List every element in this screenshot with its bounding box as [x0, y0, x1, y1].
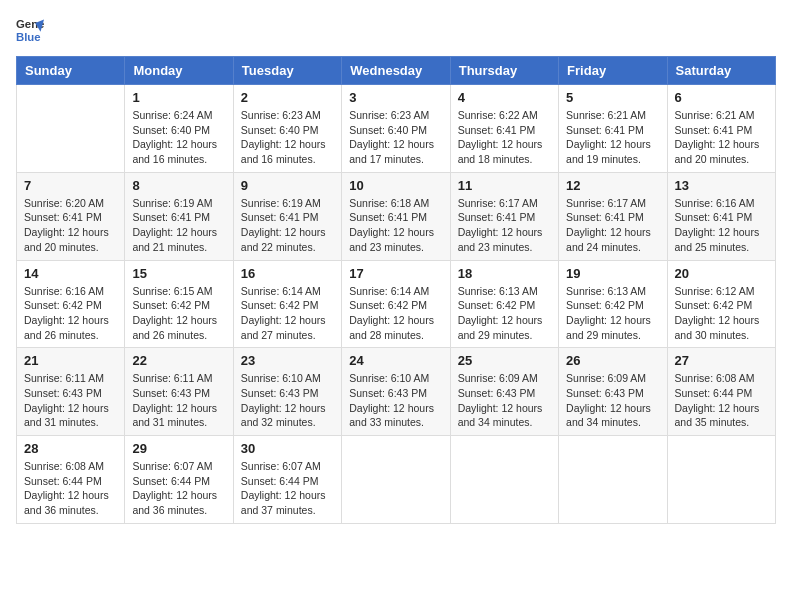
day-cell: 19Sunrise: 6:13 AM Sunset: 6:42 PM Dayli… [559, 260, 667, 348]
day-info: Sunrise: 6:15 AM Sunset: 6:42 PM Dayligh… [132, 284, 225, 343]
day-info: Sunrise: 6:24 AM Sunset: 6:40 PM Dayligh… [132, 108, 225, 167]
day-number: 27 [675, 353, 768, 368]
day-cell: 3Sunrise: 6:23 AM Sunset: 6:40 PM Daylig… [342, 85, 450, 173]
day-info: Sunrise: 6:21 AM Sunset: 6:41 PM Dayligh… [675, 108, 768, 167]
day-info: Sunrise: 6:18 AM Sunset: 6:41 PM Dayligh… [349, 196, 442, 255]
header: General Blue [16, 16, 776, 44]
day-number: 8 [132, 178, 225, 193]
day-cell: 26Sunrise: 6:09 AM Sunset: 6:43 PM Dayli… [559, 348, 667, 436]
col-header-monday: Monday [125, 57, 233, 85]
day-info: Sunrise: 6:23 AM Sunset: 6:40 PM Dayligh… [349, 108, 442, 167]
day-cell: 20Sunrise: 6:12 AM Sunset: 6:42 PM Dayli… [667, 260, 775, 348]
svg-text:Blue: Blue [16, 31, 41, 43]
day-number: 5 [566, 90, 659, 105]
week-row-3: 14Sunrise: 6:16 AM Sunset: 6:42 PM Dayli… [17, 260, 776, 348]
day-number: 19 [566, 266, 659, 281]
day-number: 24 [349, 353, 442, 368]
week-row-5: 28Sunrise: 6:08 AM Sunset: 6:44 PM Dayli… [17, 436, 776, 524]
day-cell: 8Sunrise: 6:19 AM Sunset: 6:41 PM Daylig… [125, 172, 233, 260]
day-number: 12 [566, 178, 659, 193]
day-info: Sunrise: 6:17 AM Sunset: 6:41 PM Dayligh… [566, 196, 659, 255]
day-number: 17 [349, 266, 442, 281]
day-number: 3 [349, 90, 442, 105]
day-info: Sunrise: 6:19 AM Sunset: 6:41 PM Dayligh… [241, 196, 334, 255]
week-row-2: 7Sunrise: 6:20 AM Sunset: 6:41 PM Daylig… [17, 172, 776, 260]
day-number: 15 [132, 266, 225, 281]
day-info: Sunrise: 6:12 AM Sunset: 6:42 PM Dayligh… [675, 284, 768, 343]
day-info: Sunrise: 6:13 AM Sunset: 6:42 PM Dayligh… [458, 284, 551, 343]
day-info: Sunrise: 6:14 AM Sunset: 6:42 PM Dayligh… [241, 284, 334, 343]
calendar-header-row: SundayMondayTuesdayWednesdayThursdayFrid… [17, 57, 776, 85]
day-number: 2 [241, 90, 334, 105]
calendar-table: SundayMondayTuesdayWednesdayThursdayFrid… [16, 56, 776, 524]
day-number: 25 [458, 353, 551, 368]
day-number: 29 [132, 441, 225, 456]
week-row-1: 1Sunrise: 6:24 AM Sunset: 6:40 PM Daylig… [17, 85, 776, 173]
day-info: Sunrise: 6:16 AM Sunset: 6:42 PM Dayligh… [24, 284, 117, 343]
day-number: 1 [132, 90, 225, 105]
day-info: Sunrise: 6:10 AM Sunset: 6:43 PM Dayligh… [349, 371, 442, 430]
day-cell: 28Sunrise: 6:08 AM Sunset: 6:44 PM Dayli… [17, 436, 125, 524]
day-cell: 24Sunrise: 6:10 AM Sunset: 6:43 PM Dayli… [342, 348, 450, 436]
day-info: Sunrise: 6:09 AM Sunset: 6:43 PM Dayligh… [458, 371, 551, 430]
day-info: Sunrise: 6:11 AM Sunset: 6:43 PM Dayligh… [24, 371, 117, 430]
day-info: Sunrise: 6:07 AM Sunset: 6:44 PM Dayligh… [241, 459, 334, 518]
day-cell: 1Sunrise: 6:24 AM Sunset: 6:40 PM Daylig… [125, 85, 233, 173]
day-cell: 10Sunrise: 6:18 AM Sunset: 6:41 PM Dayli… [342, 172, 450, 260]
day-cell: 13Sunrise: 6:16 AM Sunset: 6:41 PM Dayli… [667, 172, 775, 260]
day-info: Sunrise: 6:11 AM Sunset: 6:43 PM Dayligh… [132, 371, 225, 430]
day-cell: 21Sunrise: 6:11 AM Sunset: 6:43 PM Dayli… [17, 348, 125, 436]
day-cell: 5Sunrise: 6:21 AM Sunset: 6:41 PM Daylig… [559, 85, 667, 173]
day-info: Sunrise: 6:17 AM Sunset: 6:41 PM Dayligh… [458, 196, 551, 255]
day-cell: 30Sunrise: 6:07 AM Sunset: 6:44 PM Dayli… [233, 436, 341, 524]
day-cell: 23Sunrise: 6:10 AM Sunset: 6:43 PM Dayli… [233, 348, 341, 436]
day-info: Sunrise: 6:13 AM Sunset: 6:42 PM Dayligh… [566, 284, 659, 343]
col-header-sunday: Sunday [17, 57, 125, 85]
logo: General Blue [16, 16, 44, 44]
day-info: Sunrise: 6:09 AM Sunset: 6:43 PM Dayligh… [566, 371, 659, 430]
day-number: 9 [241, 178, 334, 193]
day-cell: 4Sunrise: 6:22 AM Sunset: 6:41 PM Daylig… [450, 85, 558, 173]
day-number: 20 [675, 266, 768, 281]
day-info: Sunrise: 6:08 AM Sunset: 6:44 PM Dayligh… [24, 459, 117, 518]
day-cell [342, 436, 450, 524]
col-header-tuesday: Tuesday [233, 57, 341, 85]
day-number: 4 [458, 90, 551, 105]
day-info: Sunrise: 6:23 AM Sunset: 6:40 PM Dayligh… [241, 108, 334, 167]
day-cell: 7Sunrise: 6:20 AM Sunset: 6:41 PM Daylig… [17, 172, 125, 260]
day-cell: 17Sunrise: 6:14 AM Sunset: 6:42 PM Dayli… [342, 260, 450, 348]
day-info: Sunrise: 6:08 AM Sunset: 6:44 PM Dayligh… [675, 371, 768, 430]
day-cell: 16Sunrise: 6:14 AM Sunset: 6:42 PM Dayli… [233, 260, 341, 348]
day-cell: 25Sunrise: 6:09 AM Sunset: 6:43 PM Dayli… [450, 348, 558, 436]
day-cell: 9Sunrise: 6:19 AM Sunset: 6:41 PM Daylig… [233, 172, 341, 260]
day-number: 10 [349, 178, 442, 193]
day-info: Sunrise: 6:14 AM Sunset: 6:42 PM Dayligh… [349, 284, 442, 343]
day-cell: 12Sunrise: 6:17 AM Sunset: 6:41 PM Dayli… [559, 172, 667, 260]
day-number: 16 [241, 266, 334, 281]
day-cell: 18Sunrise: 6:13 AM Sunset: 6:42 PM Dayli… [450, 260, 558, 348]
day-number: 22 [132, 353, 225, 368]
day-number: 14 [24, 266, 117, 281]
day-cell: 14Sunrise: 6:16 AM Sunset: 6:42 PM Dayli… [17, 260, 125, 348]
day-cell [450, 436, 558, 524]
day-info: Sunrise: 6:16 AM Sunset: 6:41 PM Dayligh… [675, 196, 768, 255]
day-cell: 29Sunrise: 6:07 AM Sunset: 6:44 PM Dayli… [125, 436, 233, 524]
col-header-wednesday: Wednesday [342, 57, 450, 85]
day-number: 7 [24, 178, 117, 193]
day-number: 6 [675, 90, 768, 105]
day-number: 26 [566, 353, 659, 368]
day-cell [667, 436, 775, 524]
day-info: Sunrise: 6:07 AM Sunset: 6:44 PM Dayligh… [132, 459, 225, 518]
day-number: 30 [241, 441, 334, 456]
day-cell [559, 436, 667, 524]
col-header-thursday: Thursday [450, 57, 558, 85]
day-cell: 27Sunrise: 6:08 AM Sunset: 6:44 PM Dayli… [667, 348, 775, 436]
logo-icon: General Blue [16, 16, 44, 44]
day-cell: 22Sunrise: 6:11 AM Sunset: 6:43 PM Dayli… [125, 348, 233, 436]
day-info: Sunrise: 6:10 AM Sunset: 6:43 PM Dayligh… [241, 371, 334, 430]
day-number: 21 [24, 353, 117, 368]
day-cell: 2Sunrise: 6:23 AM Sunset: 6:40 PM Daylig… [233, 85, 341, 173]
day-cell: 11Sunrise: 6:17 AM Sunset: 6:41 PM Dayli… [450, 172, 558, 260]
day-info: Sunrise: 6:20 AM Sunset: 6:41 PM Dayligh… [24, 196, 117, 255]
day-cell: 6Sunrise: 6:21 AM Sunset: 6:41 PM Daylig… [667, 85, 775, 173]
